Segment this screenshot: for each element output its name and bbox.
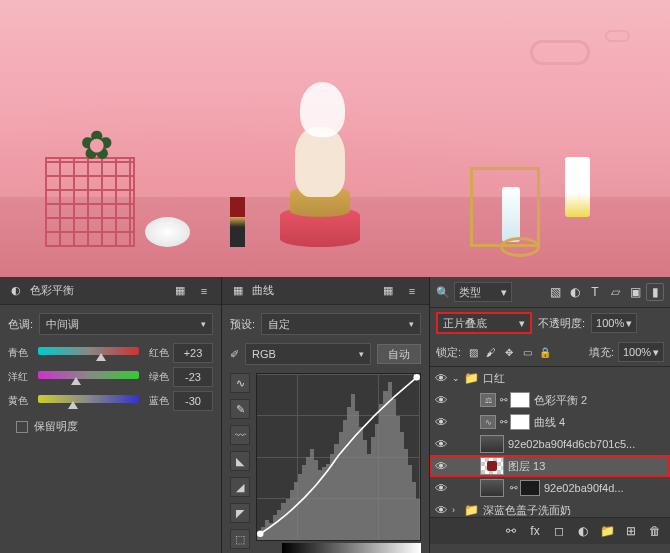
delete-layer-button[interactable]: 🗑: [646, 522, 664, 540]
new-layer-button[interactable]: ⊞: [622, 522, 640, 540]
layer-mask-button[interactable]: ◻: [550, 522, 568, 540]
preset-dropdown[interactable]: 自定 ▾: [261, 313, 421, 335]
panel-title: 色彩平衡: [30, 283, 165, 298]
smooth-tool[interactable]: 〰: [230, 425, 250, 445]
preset-label: 预设:: [230, 317, 255, 332]
slider-label-right: 蓝色: [143, 394, 169, 408]
compact-prop: [145, 217, 190, 247]
mask-thumb[interactable]: [510, 392, 530, 408]
presets-icon[interactable]: ▦: [171, 282, 189, 300]
hands-prop: [295, 127, 345, 197]
lock-image-icon[interactable]: 🖌: [483, 344, 499, 360]
face-mask-prop: [300, 82, 345, 137]
color-balance-panel: ◐ 色彩平衡 ▦ ≡ 色调: 中间调 ▾ 青色 红色 +23洋红 绿色 -23黄…: [0, 277, 222, 553]
mask-thumb[interactable]: [510, 414, 530, 430]
curves-graph[interactable]: [256, 373, 421, 541]
layer-row[interactable]: 👁图层 13: [430, 455, 670, 477]
eyedropper-white[interactable]: ◤: [230, 503, 250, 523]
layer-row[interactable]: 👁⌄📁口红: [430, 367, 670, 389]
curves-panel: ▦ 曲线 ▦ ≡ 预设: 自定 ▾ ✐ RGB ▾ 自动: [222, 277, 430, 553]
color-slider[interactable]: [38, 371, 139, 383]
link-layers-button[interactable]: ⚯: [502, 522, 520, 540]
mask-thumb[interactable]: [520, 480, 540, 496]
edit-points-tool[interactable]: ⬚: [230, 529, 250, 549]
bottle-prop: [502, 187, 520, 242]
folder-icon: 📁: [464, 503, 479, 517]
slider-value-input[interactable]: -30: [173, 391, 213, 411]
folder-icon: 📁: [464, 371, 479, 385]
disclosure-icon[interactable]: ›: [452, 505, 464, 515]
channel-dropdown[interactable]: RGB ▾: [245, 343, 371, 365]
link-icon: ⚯: [500, 395, 508, 405]
filter-pixel-icon[interactable]: ▧: [546, 283, 564, 301]
blend-mode-dropdown[interactable]: 正片叠底▾: [436, 312, 532, 334]
document-canvas[interactable]: [0, 0, 670, 277]
layer-name[interactable]: 92e02ba90f4d...: [544, 482, 666, 494]
visibility-toggle[interactable]: 👁: [430, 393, 452, 408]
lock-all-icon[interactable]: 🔒: [537, 344, 553, 360]
fill-input[interactable]: 100%▾: [618, 342, 664, 362]
color-slider[interactable]: [38, 395, 139, 407]
layer-thumb[interactable]: [480, 457, 504, 475]
filter-icon[interactable]: 🔍: [436, 286, 450, 299]
point-tool[interactable]: ∿: [230, 373, 250, 393]
layer-name[interactable]: 曲线 4: [534, 415, 666, 430]
tone-dropdown[interactable]: 中间调 ▾: [39, 313, 213, 335]
visibility-toggle[interactable]: 👁: [430, 459, 452, 474]
eyedropper-gray[interactable]: ◢: [230, 477, 250, 497]
filter-toggle[interactable]: ▮: [646, 283, 664, 301]
visibility-toggle[interactable]: 👁: [430, 437, 452, 452]
lock-position-icon[interactable]: ✥: [501, 344, 517, 360]
pencil-tool[interactable]: ✎: [230, 399, 250, 419]
chevron-down-icon: ▾: [201, 319, 206, 329]
adjustment-icon: ◐: [8, 283, 24, 299]
visibility-toggle[interactable]: 👁: [430, 415, 452, 430]
presets-icon[interactable]: ▦: [379, 282, 397, 300]
filter-shape-icon[interactable]: ▱: [606, 283, 624, 301]
layer-name[interactable]: 图层 13: [508, 459, 666, 474]
filter-smart-icon[interactable]: ▣: [626, 283, 644, 301]
layer-style-button[interactable]: fx: [526, 522, 544, 540]
filter-type-icon[interactable]: T: [586, 283, 604, 301]
adjustment-layer-button[interactable]: ◐: [574, 522, 592, 540]
visibility-toggle[interactable]: 👁: [430, 371, 452, 386]
layer-name[interactable]: 92e02ba90f4d6cb701c5...: [508, 438, 666, 450]
lock-artboard-icon[interactable]: ▭: [519, 344, 535, 360]
opacity-input[interactable]: 100%▾: [591, 313, 637, 333]
eyedropper-black[interactable]: ◣: [230, 451, 250, 471]
disclosure-icon[interactable]: ⌄: [452, 373, 464, 383]
layer-name[interactable]: 深蓝色盖子洗面奶: [483, 503, 666, 518]
filter-type-dropdown[interactable]: 类型▾: [454, 282, 512, 302]
ring-prop: [500, 237, 540, 257]
eyedropper-icon[interactable]: ✐: [230, 348, 239, 361]
layer-row[interactable]: 👁⚯92e02ba90f4d...: [430, 477, 670, 499]
opacity-label: 不透明度:: [538, 316, 585, 331]
layer-name[interactable]: 色彩平衡 2: [534, 393, 666, 408]
layer-row[interactable]: 👁›📁深蓝色盖子洗面奶: [430, 499, 670, 517]
visibility-toggle[interactable]: 👁: [430, 481, 452, 496]
preserve-luminosity-checkbox[interactable]: [16, 421, 28, 433]
visibility-toggle[interactable]: 👁: [430, 503, 452, 518]
tone-label: 色调:: [8, 317, 33, 332]
filter-adjustment-icon[interactable]: ◐: [566, 283, 584, 301]
color-slider[interactable]: [38, 347, 139, 359]
sunscreen-prop: [565, 157, 590, 217]
svg-point-1: [413, 374, 420, 381]
auto-button[interactable]: 自动: [377, 344, 421, 364]
layer-thumb[interactable]: [480, 479, 504, 497]
layer-row[interactable]: 👁⚖⚯色彩平衡 2: [430, 389, 670, 411]
layer-row[interactable]: 👁∿⚯曲线 4: [430, 411, 670, 433]
menu-icon[interactable]: ≡: [403, 282, 421, 300]
layer-thumb[interactable]: [480, 435, 504, 453]
layer-name[interactable]: 口红: [483, 371, 666, 386]
slider-value-input[interactable]: +23: [173, 343, 213, 363]
slider-value-input[interactable]: -23: [173, 367, 213, 387]
layer-row[interactable]: 👁92e02ba90f4d6cb701c5...: [430, 433, 670, 455]
menu-icon[interactable]: ≡: [195, 282, 213, 300]
link-icon: ⚯: [510, 483, 518, 493]
slider-label-left: 青色: [8, 346, 34, 360]
adjustment-thumb: ∿: [480, 415, 496, 429]
layers-tree[interactable]: 👁⌄📁口红👁⚖⚯色彩平衡 2👁∿⚯曲线 4👁92e02ba90f4d6cb701…: [430, 367, 670, 517]
lock-transparent-icon[interactable]: ▨: [465, 344, 481, 360]
new-group-button[interactable]: 📁: [598, 522, 616, 540]
